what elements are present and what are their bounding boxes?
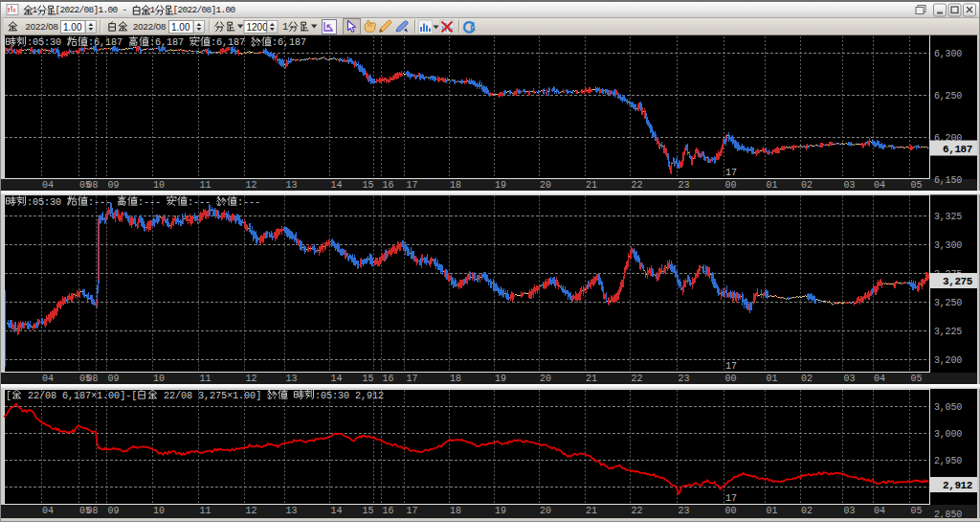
svg-text::---: :--- (88, 197, 111, 208)
svg-text:22/08: 22/08 (164, 391, 192, 401)
svg-text:2022/08: 2022/08 (133, 21, 166, 32)
svg-text:18: 18 (450, 506, 461, 516)
svg-text:03: 03 (844, 506, 856, 516)
svg-text::6,187: :6,187 (211, 37, 245, 48)
svg-text:17: 17 (725, 168, 737, 178)
svg-text:04: 04 (874, 374, 885, 384)
svg-text::6,187: :6,187 (88, 37, 122, 48)
svg-text:20: 20 (540, 180, 551, 191)
svg-text:6,150: 6,150 (934, 175, 962, 186)
svg-text:2,912: 2,912 (943, 480, 972, 491)
svg-text:1: 1 (282, 22, 288, 33)
svg-text:05: 05 (911, 374, 923, 384)
svg-text:01: 01 (767, 180, 778, 191)
svg-text:2,950: 2,950 (934, 456, 962, 466)
svg-text::---: :--- (188, 197, 211, 208)
svg-text:1.00: 1.00 (171, 22, 190, 33)
svg-text:17: 17 (725, 361, 737, 372)
svg-text:14: 14 (331, 180, 343, 191)
svg-text:00: 00 (725, 374, 737, 384)
svg-text:15: 15 (363, 374, 374, 384)
svg-text:09: 09 (108, 506, 120, 516)
svg-text:04: 04 (874, 180, 885, 191)
svg-text:13: 13 (286, 180, 298, 191)
svg-text:08: 08 (87, 506, 99, 516)
svg-text:6,300: 6,300 (934, 49, 962, 59)
svg-text:6,187×1.00]-[: 6,187×1.00]-[ (62, 391, 137, 401)
svg-text:6,250: 6,250 (934, 91, 962, 102)
svg-text:03: 03 (844, 180, 856, 191)
svg-text:20: 20 (540, 506, 551, 516)
svg-text:11: 11 (200, 506, 212, 516)
svg-text:10: 10 (153, 180, 165, 191)
svg-text:23: 23 (679, 506, 690, 516)
svg-text::6,187: :6,187 (272, 37, 306, 48)
svg-text:11: 11 (200, 374, 212, 384)
svg-text:08: 08 (87, 374, 99, 384)
svg-text:17: 17 (407, 374, 418, 384)
svg-text:16: 16 (383, 180, 394, 191)
svg-text:18: 18 (450, 180, 461, 191)
svg-text:[2022/08]1.00: [2022/08]1.00 (56, 5, 119, 15)
svg-text:3,250: 3,250 (934, 298, 962, 308)
svg-text:14: 14 (331, 374, 343, 384)
svg-text:19: 19 (495, 506, 506, 516)
svg-text::---: :--- (138, 197, 161, 208)
svg-text:21: 21 (586, 506, 597, 516)
svg-text:17: 17 (407, 506, 418, 516)
svg-text:3,050: 3,050 (934, 402, 962, 413)
svg-text:6,187: 6,187 (943, 144, 972, 155)
svg-text::05:30: :05:30 (27, 197, 61, 208)
svg-text:-: - (122, 5, 127, 15)
svg-text:2,912: 2,912 (355, 391, 384, 401)
svg-text:05: 05 (911, 180, 923, 191)
svg-text:10: 10 (153, 374, 165, 384)
svg-text:3,300: 3,300 (934, 240, 962, 251)
svg-text:12: 12 (246, 374, 257, 384)
svg-text:02: 02 (801, 506, 813, 516)
svg-text:23: 23 (679, 374, 690, 384)
svg-text:22: 22 (632, 506, 643, 516)
svg-text:1200: 1200 (247, 22, 269, 33)
svg-text:22: 22 (632, 374, 643, 384)
svg-text:17: 17 (725, 493, 737, 504)
svg-text:3,275: 3,275 (943, 276, 973, 287)
svg-text:11: 11 (200, 180, 212, 191)
svg-text:3,200: 3,200 (934, 355, 962, 366)
svg-text:3,225: 3,225 (934, 327, 962, 337)
svg-text:03: 03 (844, 374, 856, 384)
svg-text:3,325: 3,325 (934, 212, 962, 222)
svg-text:04: 04 (42, 374, 54, 384)
svg-text:00: 00 (725, 180, 737, 191)
svg-text:20: 20 (540, 374, 551, 384)
svg-text:[: [ (6, 391, 11, 401)
svg-text:14: 14 (331, 506, 343, 516)
svg-text:22/08: 22/08 (28, 391, 56, 401)
svg-text:12: 12 (246, 506, 257, 516)
svg-text:05: 05 (911, 506, 923, 516)
svg-text:10: 10 (153, 506, 165, 516)
svg-text:16: 16 (383, 374, 394, 384)
svg-text:23: 23 (679, 180, 690, 191)
svg-text:21: 21 (586, 180, 597, 191)
svg-text:3,275×1.00]: 3,275×1.00] (198, 391, 261, 401)
svg-text::05:30: :05:30 (27, 37, 61, 48)
svg-text::05:30: :05:30 (315, 391, 349, 401)
svg-text:01: 01 (767, 506, 778, 516)
svg-text:04: 04 (42, 180, 54, 191)
svg-text:19: 19 (495, 374, 506, 384)
svg-text:13: 13 (286, 374, 298, 384)
svg-text:18: 18 (450, 374, 461, 384)
svg-text:2,850: 2,850 (934, 510, 962, 520)
svg-text:04: 04 (42, 506, 54, 516)
svg-text::---: :--- (237, 197, 260, 208)
svg-text:2022/08: 2022/08 (26, 21, 58, 32)
svg-text:15: 15 (363, 506, 374, 516)
svg-text:12: 12 (246, 180, 257, 191)
svg-text:19: 19 (495, 180, 506, 191)
svg-text:08: 08 (87, 180, 99, 191)
svg-text:02: 02 (801, 374, 813, 384)
svg-text:1.00: 1.00 (63, 22, 82, 33)
svg-text:09: 09 (108, 374, 120, 384)
svg-text:09: 09 (108, 180, 120, 191)
